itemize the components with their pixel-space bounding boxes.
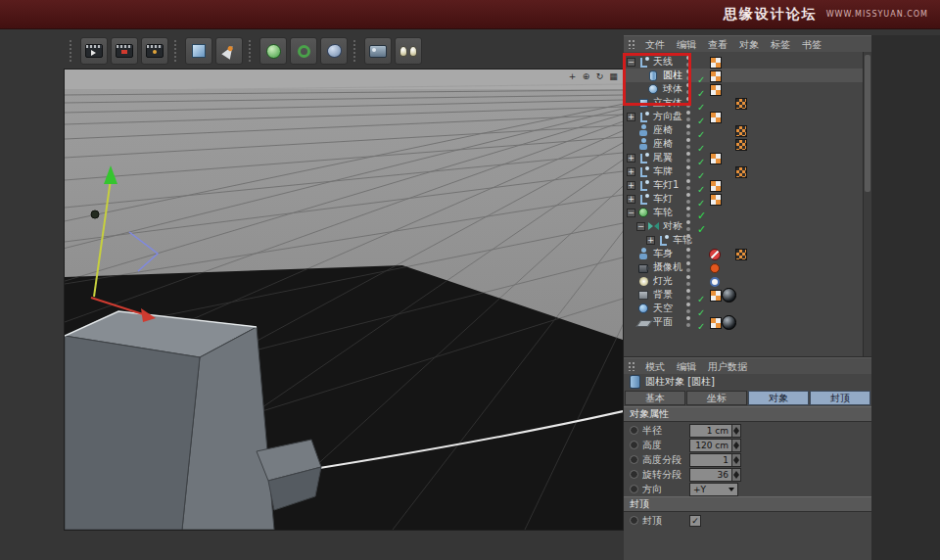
tree-item[interactable]: 背景 [624,288,863,302]
visibility-toggles[interactable] [686,207,691,218]
viewport[interactable]: +⊕↻▦ [64,69,624,531]
key-dot-icon[interactable] [630,485,638,493]
visibility-toggles[interactable] [686,111,691,122]
expand-toggle[interactable]: + [627,195,635,204]
key-dot-icon[interactable] [630,426,638,435]
visibility-toggles[interactable] [686,193,691,205]
material-thumbnail[interactable] [722,288,736,303]
visibility-toggles[interactable] [686,152,691,163]
panel-handle-icon[interactable] [628,361,636,371]
expand-toggle[interactable]: + [627,154,635,163]
visibility-toggles[interactable] [686,124,691,136]
expand-toggle[interactable]: + [646,236,655,245]
texture-tag[interactable] [735,98,747,110]
tab-caps[interactable]: 封顶 [810,391,870,405]
input-radius[interactable]: 1 cm [689,424,732,438]
tree-item[interactable]: +车灯1 [624,178,863,192]
texture-tag[interactable] [710,180,722,192]
visibility-toggles[interactable] [686,289,691,301]
texture-tag[interactable] [735,139,747,151]
visibility-toggles[interactable] [686,303,691,314]
camera-active-icon[interactable] [710,263,720,273]
toolbar-button-add-cube[interactable] [185,37,212,65]
toolbar-button-freehand-spline[interactable] [215,37,243,65]
material-thumbnail[interactable] [722,315,736,330]
stepper-height[interactable] [732,439,741,452]
om-menu-bookmarks[interactable]: 书签 [796,37,827,52]
am-menu-user-data[interactable]: 用户数据 [702,359,753,374]
stepper-rotation-segments[interactable] [732,468,741,482]
om-menu-edit[interactable]: 编辑 [671,37,702,52]
texture-tag[interactable] [710,317,722,329]
tree-item[interactable]: −对称 [624,219,863,233]
texture-tag[interactable] [710,57,722,69]
om-menu-file[interactable]: 文件 [639,37,671,52]
panel-handle-icon[interactable] [628,39,636,49]
texture-tag[interactable] [710,194,722,206]
texture-tag[interactable] [710,70,722,82]
toolbar-button-render-to-picture-viewer[interactable] [111,37,138,65]
tree-item[interactable]: +方向盘 [624,110,863,123]
gizmo-node[interactable] [91,210,99,218]
rotate-view-icon[interactable]: ↻ [594,71,605,82]
tree-item[interactable]: 车身 [624,247,863,260]
expand-toggle[interactable]: − [636,222,645,231]
visibility-toggles[interactable] [686,138,691,150]
am-menu-edit[interactable]: 编辑 [671,359,702,374]
toolbar-button-add-light[interactable] [395,37,422,65]
visibility-toggles[interactable] [686,316,691,328]
scrollbar[interactable] [863,52,871,356]
tree-item[interactable]: +车牌 [624,164,863,178]
toolbar-button-metaball[interactable] [320,37,348,65]
tab-object[interactable]: 对象 [748,391,809,405]
expand-toggle[interactable]: + [627,181,635,190]
texture-tag[interactable] [735,166,747,178]
om-menu-tags[interactable]: 标签 [765,37,796,52]
tree-item[interactable]: 座椅 [624,123,863,137]
texture-tag[interactable] [710,290,722,302]
visibility-toggles[interactable] [686,275,691,287]
zoom-view-icon[interactable]: ⊕ [581,71,591,82]
tab-coordinates[interactable]: 坐标 [686,391,747,405]
texture-tag[interactable] [710,153,722,164]
tree-item[interactable]: +尾翼 [624,151,863,164]
texture-tag[interactable] [710,84,722,96]
texture-tag[interactable] [735,249,747,260]
key-dot-icon[interactable] [630,455,638,464]
toolbar-button-render-settings[interactable] [141,37,168,65]
visibility-toggles[interactable] [686,220,691,232]
toolbar-button-render-view[interactable] [80,37,108,65]
tab-basic[interactable]: 基本 [625,391,685,405]
stepper-radius[interactable] [732,424,741,438]
scrollbar-thumb[interactable] [865,55,870,192]
visibility-toggles[interactable] [686,179,691,191]
dropdown-orientation[interactable]: +Y [689,483,738,496]
texture-tag[interactable] [710,112,722,123]
key-dot-icon[interactable] [630,441,638,449]
input-height[interactable]: 120 cm [689,439,732,452]
tree-item[interactable]: 摄像机 [624,260,863,274]
disabled-icon[interactable] [709,249,721,260]
key-dot-icon[interactable] [630,470,638,479]
tree-item[interactable]: 平面 [624,315,863,329]
tree-item[interactable]: −车轮 [624,206,863,219]
toolbar-button-array-generator[interactable] [290,37,317,65]
light-tag[interactable] [710,277,720,287]
visibility-toggles[interactable] [686,261,691,273]
toggle-view-icon[interactable]: ▦ [608,71,619,82]
tree-item[interactable]: 灯光 [624,274,863,288]
viewport-canvas[interactable] [65,70,623,530]
input-rotation-segments[interactable]: 36 [689,468,732,482]
pan-view-icon[interactable]: + [567,71,578,82]
expand-toggle[interactable]: + [627,167,635,176]
tree-item[interactable]: 座椅 [624,137,863,151]
stepper-height-segments[interactable] [732,453,741,467]
tree-item[interactable]: 天空 [624,302,863,315]
visibility-toggles[interactable] [686,234,691,246]
om-menu-objects[interactable]: 对象 [733,37,765,52]
input-height-segments[interactable]: 1 [689,453,732,467]
expand-toggle[interactable]: − [627,209,635,217]
om-menu-view[interactable]: 查看 [702,37,733,52]
enabled-check-icon[interactable] [697,315,705,334]
visibility-toggles[interactable] [686,248,691,259]
